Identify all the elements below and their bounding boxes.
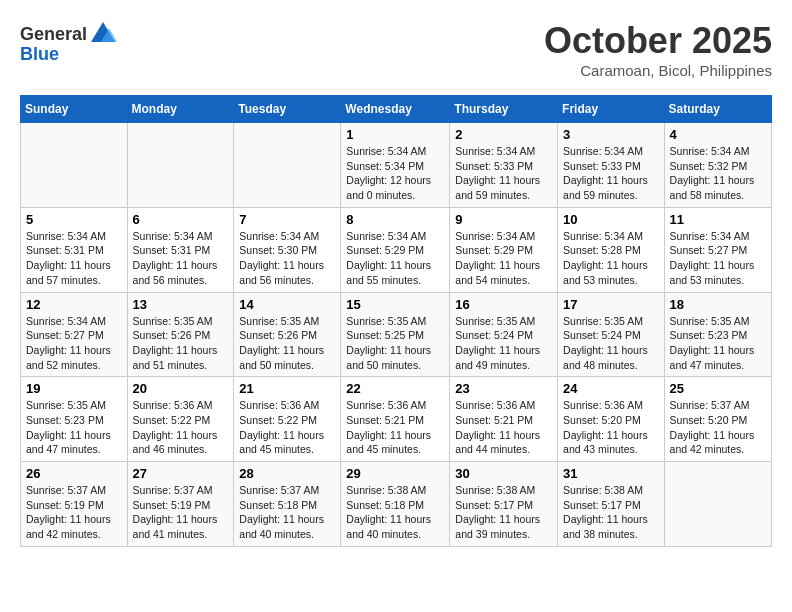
day-number: 25 [670,381,766,396]
day-number: 16 [455,297,552,312]
day-info: Sunrise: 5:34 AMSunset: 5:33 PMDaylight:… [455,144,552,203]
day-info: Sunrise: 5:37 AMSunset: 5:18 PMDaylight:… [239,483,335,542]
calendar-week-5: 26Sunrise: 5:37 AMSunset: 5:19 PMDayligh… [21,462,772,547]
calendar-cell: 21Sunrise: 5:36 AMSunset: 5:22 PMDayligh… [234,377,341,462]
calendar-cell [127,123,234,208]
calendar-cell: 13Sunrise: 5:35 AMSunset: 5:26 PMDayligh… [127,292,234,377]
day-info: Sunrise: 5:34 AMSunset: 5:29 PMDaylight:… [455,229,552,288]
day-info: Sunrise: 5:36 AMSunset: 5:20 PMDaylight:… [563,398,659,457]
day-number: 26 [26,466,122,481]
calendar-cell: 23Sunrise: 5:36 AMSunset: 5:21 PMDayligh… [450,377,558,462]
calendar-cell: 11Sunrise: 5:34 AMSunset: 5:27 PMDayligh… [664,207,771,292]
calendar-cell: 7Sunrise: 5:34 AMSunset: 5:30 PMDaylight… [234,207,341,292]
day-info: Sunrise: 5:34 AMSunset: 5:31 PMDaylight:… [133,229,229,288]
day-info: Sunrise: 5:37 AMSunset: 5:20 PMDaylight:… [670,398,766,457]
calendar-cell [234,123,341,208]
calendar-table: SundayMondayTuesdayWednesdayThursdayFrid… [20,95,772,547]
day-info: Sunrise: 5:38 AMSunset: 5:18 PMDaylight:… [346,483,444,542]
day-info: Sunrise: 5:34 AMSunset: 5:27 PMDaylight:… [26,314,122,373]
logo-general: General [20,24,87,45]
title-block: October 2025 Caramoan, Bicol, Philippine… [544,20,772,79]
calendar-cell: 20Sunrise: 5:36 AMSunset: 5:22 PMDayligh… [127,377,234,462]
day-number: 12 [26,297,122,312]
day-number: 29 [346,466,444,481]
calendar-week-1: 1Sunrise: 5:34 AMSunset: 5:34 PMDaylight… [21,123,772,208]
calendar-cell: 4Sunrise: 5:34 AMSunset: 5:32 PMDaylight… [664,123,771,208]
day-number: 17 [563,297,659,312]
calendar-cell: 2Sunrise: 5:34 AMSunset: 5:33 PMDaylight… [450,123,558,208]
day-number: 28 [239,466,335,481]
location-title: Caramoan, Bicol, Philippines [544,62,772,79]
logo-icon [89,20,117,48]
calendar-cell [664,462,771,547]
day-info: Sunrise: 5:35 AMSunset: 5:23 PMDaylight:… [26,398,122,457]
day-number: 22 [346,381,444,396]
month-title: October 2025 [544,20,772,62]
calendar-week-3: 12Sunrise: 5:34 AMSunset: 5:27 PMDayligh… [21,292,772,377]
day-number: 15 [346,297,444,312]
day-info: Sunrise: 5:34 AMSunset: 5:29 PMDaylight:… [346,229,444,288]
page-header: General Blue October 2025 Caramoan, Bico… [20,20,772,79]
day-info: Sunrise: 5:38 AMSunset: 5:17 PMDaylight:… [563,483,659,542]
calendar-week-2: 5Sunrise: 5:34 AMSunset: 5:31 PMDaylight… [21,207,772,292]
day-number: 4 [670,127,766,142]
day-info: Sunrise: 5:35 AMSunset: 5:24 PMDaylight:… [563,314,659,373]
day-number: 5 [26,212,122,227]
day-info: Sunrise: 5:38 AMSunset: 5:17 PMDaylight:… [455,483,552,542]
day-number: 21 [239,381,335,396]
day-number: 19 [26,381,122,396]
calendar-cell: 1Sunrise: 5:34 AMSunset: 5:34 PMDaylight… [341,123,450,208]
calendar-cell: 14Sunrise: 5:35 AMSunset: 5:26 PMDayligh… [234,292,341,377]
day-number: 27 [133,466,229,481]
calendar-cell: 31Sunrise: 5:38 AMSunset: 5:17 PMDayligh… [558,462,665,547]
day-number: 8 [346,212,444,227]
day-number: 20 [133,381,229,396]
day-number: 9 [455,212,552,227]
day-number: 11 [670,212,766,227]
day-number: 24 [563,381,659,396]
day-info: Sunrise: 5:34 AMSunset: 5:28 PMDaylight:… [563,229,659,288]
weekday-header-saturday: Saturday [664,96,771,123]
calendar-cell: 22Sunrise: 5:36 AMSunset: 5:21 PMDayligh… [341,377,450,462]
day-number: 18 [670,297,766,312]
day-info: Sunrise: 5:35 AMSunset: 5:26 PMDaylight:… [133,314,229,373]
calendar-cell: 18Sunrise: 5:35 AMSunset: 5:23 PMDayligh… [664,292,771,377]
day-number: 23 [455,381,552,396]
day-info: Sunrise: 5:34 AMSunset: 5:32 PMDaylight:… [670,144,766,203]
calendar-cell: 12Sunrise: 5:34 AMSunset: 5:27 PMDayligh… [21,292,128,377]
calendar-cell: 9Sunrise: 5:34 AMSunset: 5:29 PMDaylight… [450,207,558,292]
calendar-cell: 26Sunrise: 5:37 AMSunset: 5:19 PMDayligh… [21,462,128,547]
weekday-header-monday: Monday [127,96,234,123]
day-number: 13 [133,297,229,312]
day-info: Sunrise: 5:34 AMSunset: 5:31 PMDaylight:… [26,229,122,288]
day-number: 7 [239,212,335,227]
day-info: Sunrise: 5:35 AMSunset: 5:23 PMDaylight:… [670,314,766,373]
calendar-cell: 19Sunrise: 5:35 AMSunset: 5:23 PMDayligh… [21,377,128,462]
day-info: Sunrise: 5:36 AMSunset: 5:22 PMDaylight:… [239,398,335,457]
calendar-cell: 24Sunrise: 5:36 AMSunset: 5:20 PMDayligh… [558,377,665,462]
day-info: Sunrise: 5:34 AMSunset: 5:33 PMDaylight:… [563,144,659,203]
day-info: Sunrise: 5:37 AMSunset: 5:19 PMDaylight:… [26,483,122,542]
day-info: Sunrise: 5:36 AMSunset: 5:22 PMDaylight:… [133,398,229,457]
calendar-cell: 27Sunrise: 5:37 AMSunset: 5:19 PMDayligh… [127,462,234,547]
weekday-header-sunday: Sunday [21,96,128,123]
calendar-cell [21,123,128,208]
calendar-cell: 3Sunrise: 5:34 AMSunset: 5:33 PMDaylight… [558,123,665,208]
day-info: Sunrise: 5:34 AMSunset: 5:30 PMDaylight:… [239,229,335,288]
calendar-cell: 25Sunrise: 5:37 AMSunset: 5:20 PMDayligh… [664,377,771,462]
logo: General Blue [20,20,117,65]
day-number: 31 [563,466,659,481]
day-info: Sunrise: 5:36 AMSunset: 5:21 PMDaylight:… [455,398,552,457]
calendar-cell: 8Sunrise: 5:34 AMSunset: 5:29 PMDaylight… [341,207,450,292]
weekday-header-row: SundayMondayTuesdayWednesdayThursdayFrid… [21,96,772,123]
day-number: 30 [455,466,552,481]
calendar-body: 1Sunrise: 5:34 AMSunset: 5:34 PMDaylight… [21,123,772,547]
weekday-header-tuesday: Tuesday [234,96,341,123]
day-number: 10 [563,212,659,227]
calendar-cell: 30Sunrise: 5:38 AMSunset: 5:17 PMDayligh… [450,462,558,547]
day-info: Sunrise: 5:36 AMSunset: 5:21 PMDaylight:… [346,398,444,457]
day-number: 14 [239,297,335,312]
calendar-cell: 6Sunrise: 5:34 AMSunset: 5:31 PMDaylight… [127,207,234,292]
day-number: 2 [455,127,552,142]
day-info: Sunrise: 5:35 AMSunset: 5:26 PMDaylight:… [239,314,335,373]
